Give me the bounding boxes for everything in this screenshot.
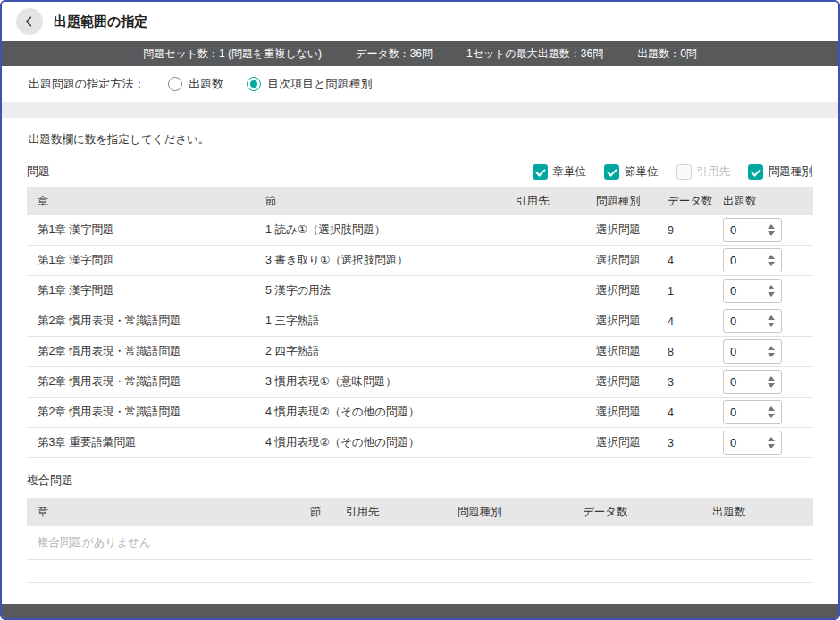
- table-row: 第1章 漢字問題 1 読み①（選択肢問題） 選択問題 9 0: [27, 215, 813, 246]
- stepper-up-icon[interactable]: [768, 346, 775, 350]
- stepper-arrows[interactable]: [768, 255, 775, 266]
- filter-checkbox[interactable]: 章単位: [533, 164, 587, 180]
- stepper-down-icon[interactable]: [768, 444, 775, 448]
- stepper-value: 0: [730, 223, 736, 237]
- question-count-stepper[interactable]: 0: [723, 218, 782, 242]
- radio-icon: [247, 77, 261, 91]
- stepper-arrows[interactable]: [768, 315, 775, 327]
- table-row: 第2章 慣用表現・常識語問題 2 四字熟語 選択問題 8 0: [27, 337, 813, 367]
- cell-question-count: 0: [712, 215, 813, 245]
- question-count-stepper[interactable]: 0: [723, 248, 782, 272]
- stepper-up-icon[interactable]: [768, 376, 775, 381]
- main-content: 出題数欄に数を指定してください。 問題 章単位 節単位: [2, 118, 838, 604]
- cell-question-type: 選択問題: [585, 215, 657, 245]
- cell-data-count: 3: [657, 367, 712, 397]
- cell-chapter: 第1章 漢字問題: [27, 215, 255, 245]
- stepper-up-icon[interactable]: [768, 285, 775, 289]
- column-header: 問題種別: [447, 498, 572, 526]
- questions-table-header: 章 節 引用先 問題種別 データ数 出題数: [27, 187, 813, 215]
- filter-checkbox[interactable]: 問題種別: [748, 164, 813, 180]
- stepper-arrows[interactable]: [768, 437, 775, 448]
- radio-icon: [168, 77, 182, 91]
- app-window: 出題範囲の指定 問題セット数：1 (問題を重複しない) データ数：36問 1セッ…: [0, 0, 840, 620]
- question-count-stepper[interactable]: 0: [723, 431, 782, 455]
- filter-checkbox[interactable]: 引用先: [676, 164, 731, 180]
- stepper-arrows[interactable]: [768, 224, 775, 236]
- stat-item: 問題セット数：1 (問題を重複しない): [143, 46, 322, 62]
- questions-section-title: 問題: [27, 163, 50, 180]
- stepper-up-icon[interactable]: [768, 406, 775, 411]
- stepper-down-icon[interactable]: [768, 231, 775, 236]
- composite-table: 章 節 引用先 問題種別 データ数 出題数 複合問題がありません: [27, 498, 813, 583]
- back-button[interactable]: [16, 8, 43, 35]
- filter-label: 引用先: [697, 164, 731, 180]
- method-radio-option[interactable]: 出題数: [168, 76, 223, 92]
- filter-label: 問題種別: [769, 164, 813, 180]
- table-row: 第1章 漢字問題 5 漢字の用法 選択問題 1 0: [27, 276, 813, 306]
- column-header: 章: [27, 498, 299, 526]
- filter-label: 章単位: [553, 164, 587, 180]
- cell-question-count: 0: [712, 306, 813, 336]
- radio-option-label: 出題数: [189, 76, 223, 92]
- cell-question-count: 0: [712, 367, 813, 397]
- cell-question-type: 選択問題: [585, 398, 657, 427]
- cell-citation: [505, 428, 585, 457]
- stepper-arrows[interactable]: [768, 285, 775, 297]
- question-count-stepper[interactable]: 0: [723, 400, 782, 424]
- stepper-down-icon[interactable]: [768, 353, 775, 357]
- filter-checkbox[interactable]: 節単位: [604, 164, 659, 180]
- stepper-up-icon[interactable]: [768, 437, 775, 441]
- method-radio-option[interactable]: 目次項目と問題種別: [247, 76, 372, 92]
- cell-chapter: 第2章 慣用表現・常識語問題: [27, 367, 255, 397]
- stat-item: 1セットの最大出題数：36問: [466, 46, 603, 62]
- question-count-stepper[interactable]: 0: [723, 279, 782, 303]
- stepper-down-icon[interactable]: [768, 262, 775, 266]
- cell-citation: [505, 276, 585, 306]
- question-count-stepper[interactable]: 0: [723, 309, 782, 333]
- empty-row: [27, 560, 813, 583]
- stats-bar: 問題セット数：1 (問題を重複しない) データ数：36問 1セットの最大出題数：…: [2, 41, 838, 66]
- stepper-down-icon[interactable]: [768, 414, 775, 418]
- stepper-down-icon[interactable]: [768, 383, 775, 388]
- cell-citation: [505, 215, 585, 245]
- method-selector-row: 出題問題の指定方法： 出題数 目次項目と問題種別: [2, 66, 838, 102]
- radio-option-label: 目次項目と問題種別: [267, 76, 372, 92]
- stepper-up-icon[interactable]: [768, 224, 775, 229]
- stepper-value: 0: [730, 284, 736, 297]
- cell-section: 4 慣用表現②（その他の問題）: [255, 428, 505, 457]
- column-header: 問題種別: [585, 187, 657, 215]
- cell-data-count: 4: [657, 398, 712, 427]
- stepper-value: 0: [730, 375, 736, 389]
- stepper-value: 0: [730, 314, 736, 328]
- table-row: 第2章 慣用表現・常識語問題 1 三字熟語 選択問題 4 0: [27, 306, 813, 337]
- cell-question-count: 0: [712, 246, 813, 275]
- stepper-down-icon[interactable]: [768, 323, 775, 327]
- cell-citation: [505, 398, 585, 427]
- column-header: 引用先: [505, 187, 585, 215]
- bottom-bar: [2, 604, 838, 618]
- section-divider: [2, 102, 838, 118]
- column-header: 節: [255, 187, 505, 215]
- stepper-value: 0: [730, 254, 736, 267]
- question-count-stepper[interactable]: 0: [723, 339, 782, 364]
- stepper-arrows[interactable]: [768, 406, 775, 418]
- checkbox-icon: [604, 164, 619, 180]
- filter-label: 節単位: [625, 164, 659, 180]
- chevron-left-icon: [22, 14, 37, 29]
- cell-section: 3 慣用表現①（意味問題）: [255, 367, 505, 397]
- stepper-arrows[interactable]: [768, 346, 775, 357]
- cell-citation: [505, 306, 585, 336]
- stepper-down-icon[interactable]: [768, 292, 775, 297]
- column-header: 出題数: [712, 187, 813, 215]
- cell-chapter: 第2章 慣用表現・常識語問題: [27, 398, 255, 427]
- cell-question-type: 選択問題: [585, 246, 657, 275]
- cell-chapter: 第2章 慣用表現・常識語問題: [27, 306, 255, 336]
- composite-empty-message: 複合問題がありません: [27, 526, 813, 560]
- checkbox-icon: [676, 164, 692, 180]
- stepper-up-icon[interactable]: [768, 255, 775, 259]
- question-count-stepper[interactable]: 0: [723, 370, 782, 394]
- stepper-up-icon[interactable]: [768, 315, 775, 320]
- cell-data-count: 4: [657, 246, 712, 275]
- content-filler: [27, 583, 813, 604]
- stepper-arrows[interactable]: [768, 376, 775, 388]
